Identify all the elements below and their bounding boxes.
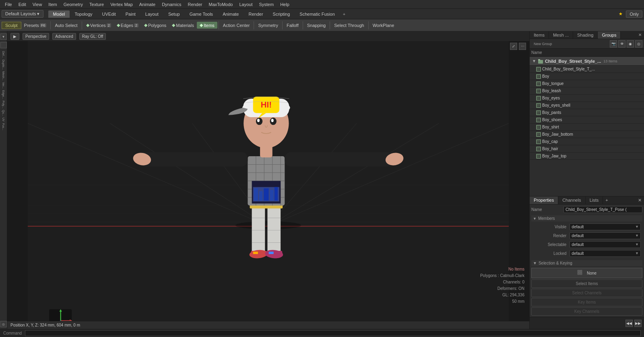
items-tool-camera[interactable]: 📷: [610, 40, 617, 48]
group-header[interactable]: ▼ Child_Boy_Street_Style_... 13 Items: [530, 57, 644, 66]
layout-tab-game-tools[interactable]: Game Tools: [185, 10, 218, 18]
tab-shading[interactable]: Shading: [573, 31, 598, 39]
left-tool-1[interactable]: ▼: [0, 33, 7, 40]
layout-tab-topology[interactable]: Topology: [70, 10, 97, 18]
only-button[interactable]: Only: [626, 10, 642, 18]
layout-tab-add[interactable]: +: [340, 10, 349, 18]
layout-tab-layout[interactable]: Layout: [140, 10, 163, 18]
item-icon: [536, 118, 541, 122]
props-tab-add[interactable]: +: [603, 196, 610, 204]
list-item[interactable]: Boy_leash: [530, 87, 644, 95]
auto-select-button[interactable]: Auto Select: [52, 22, 80, 29]
group-name: Child_Boy_Street_Style_...: [545, 59, 601, 64]
props-members-toggle[interactable]: ▼: [533, 217, 537, 221]
items-list[interactable]: ▼ Child_Boy_Street_Style_... 13 Items Ch…: [530, 57, 644, 196]
action-center-button[interactable]: Action Center: [220, 22, 253, 29]
item-name: Boy_Jaw_bottom: [542, 132, 642, 136]
layout-tab-schematic[interactable]: Schematic Fusion: [295, 10, 339, 18]
sculpt-presets-label[interactable]: Sculpt: [2, 22, 21, 29]
props-name-input[interactable]: [564, 206, 642, 213]
menu-view[interactable]: View: [29, 1, 45, 8]
symmetry-button[interactable]: Symmetry: [255, 22, 281, 29]
select-items-button[interactable]: Select Items: [531, 279, 642, 288]
left-tool-2[interactable]: [0, 42, 7, 48]
menu-render[interactable]: Render: [184, 1, 205, 8]
command-input[interactable]: [25, 330, 641, 336]
presets-button[interactable]: Presets F6: [21, 22, 50, 29]
left-tool-bottom[interactable]: ◎: [0, 321, 7, 327]
vp-ray-gl[interactable]: Ray GL: Off: [79, 33, 106, 40]
menu-animate[interactable]: Animate: [136, 1, 159, 8]
none-button[interactable]: None: [531, 268, 642, 278]
layout-tab-scripting[interactable]: Scripting: [268, 10, 295, 18]
sel-key-toggle[interactable]: ▼: [533, 261, 537, 265]
layout-tab-paint[interactable]: Paint: [121, 10, 140, 18]
menu-geometry[interactable]: Geometry: [60, 1, 86, 8]
menu-texture[interactable]: Texture: [86, 1, 107, 8]
layouts-dropdown[interactable]: Default Layouts ▾: [2, 10, 43, 18]
menu-system[interactable]: System: [256, 1, 277, 8]
list-item[interactable]: Boy: [530, 73, 644, 80]
snapping-button[interactable]: Snapping: [304, 22, 329, 29]
list-item[interactable]: Boy_eyes: [530, 95, 644, 102]
tab-lists[interactable]: Lists: [586, 196, 603, 204]
menu-help[interactable]: Help: [277, 1, 293, 8]
select-channels-button[interactable]: Select Channels: [531, 289, 642, 297]
key-items-button[interactable]: Key Items: [531, 298, 642, 306]
items-tool-select[interactable]: ◎: [635, 40, 642, 48]
props-nav-expand[interactable]: ▶▶: [634, 320, 642, 327]
vp-perspective[interactable]: Perspective: [23, 33, 49, 40]
tab-items[interactable]: Items: [530, 31, 549, 39]
items-tool-eye[interactable]: 👁: [618, 40, 625, 48]
items-button[interactable]: ◆ Items: [197, 22, 217, 29]
layout-tab-animate[interactable]: Animate: [218, 10, 244, 18]
tab-channels[interactable]: Channels: [558, 196, 585, 204]
svg-rect-95: [537, 103, 541, 108]
props-render-arrow: ▼: [635, 234, 639, 238]
edges-button[interactable]: ◆ Edges 2: [114, 22, 141, 29]
props-visible-dropdown[interactable]: default ▼: [570, 223, 641, 230]
list-item[interactable]: Boy_Jaw_bottom: [530, 131, 644, 138]
props-render-dropdown[interactable]: default ▼: [570, 232, 641, 239]
list-item[interactable]: Boy_Jaw_top: [530, 153, 644, 160]
vp-toggle[interactable]: ▶: [10, 33, 19, 40]
list-item[interactable]: Boy_eyes_shell: [530, 102, 644, 109]
vertices-button[interactable]: ◆ Vertices 2: [83, 22, 114, 29]
items-panel-close[interactable]: ✕: [636, 31, 644, 39]
item-icon: [536, 103, 541, 108]
layout-tab-uvedit[interactable]: UVEdit: [97, 10, 121, 18]
key-channels-button[interactable]: Key Channels: [531, 307, 642, 316]
materials-button[interactable]: ◆ Materials: [169, 22, 197, 29]
falloff-button[interactable]: Falloff: [284, 22, 301, 29]
viewport-canvas[interactable]: HI!: [7, 41, 529, 329]
layout-tab-model[interactable]: Model: [48, 10, 70, 18]
vp-advanced[interactable]: Advanced: [52, 33, 76, 40]
list-item[interactable]: Child_Boy_Street_Style_T_...: [530, 66, 644, 73]
tab-mesh[interactable]: Mesh ...: [549, 31, 573, 39]
list-item[interactable]: Boy_shoes: [530, 116, 644, 124]
polygons-button[interactable]: ◆ Polygons: [141, 22, 169, 29]
list-item[interactable]: Boy_shirt: [530, 124, 644, 131]
items-tool-render[interactable]: ◉: [627, 40, 634, 48]
props-panel-close[interactable]: ✕: [636, 196, 644, 204]
menu-file[interactable]: File: [2, 1, 15, 8]
menu-dynamics[interactable]: Dynamics: [159, 1, 184, 8]
menu-item[interactable]: Item: [45, 1, 60, 8]
props-locked-dropdown[interactable]: default ▼: [570, 250, 641, 257]
layout-tab-setup[interactable]: Setup: [163, 10, 185, 18]
layout-tab-render[interactable]: Render: [244, 10, 268, 18]
select-through-button[interactable]: Select Through: [331, 22, 367, 29]
menu-maxtomod[interactable]: MaxToModo: [206, 1, 236, 8]
menu-edit[interactable]: Edit: [15, 1, 29, 8]
list-item[interactable]: Boy_pants: [530, 109, 644, 116]
menu-layout[interactable]: Layout: [236, 1, 256, 8]
workplane-button[interactable]: WorkPlane: [370, 22, 397, 29]
list-item[interactable]: Boy_tongue: [530, 80, 644, 87]
list-item[interactable]: Boy_hair: [530, 145, 644, 153]
list-item[interactable]: Boy_cap: [530, 138, 644, 145]
props-selectable-dropdown[interactable]: default ▼: [570, 241, 641, 248]
props-nav-prev[interactable]: ◀◀: [625, 320, 633, 327]
menu-vertex-map[interactable]: Vertex Map: [107, 1, 136, 8]
tab-properties[interactable]: Properties: [530, 196, 558, 204]
tab-groups[interactable]: Groups: [598, 31, 621, 39]
